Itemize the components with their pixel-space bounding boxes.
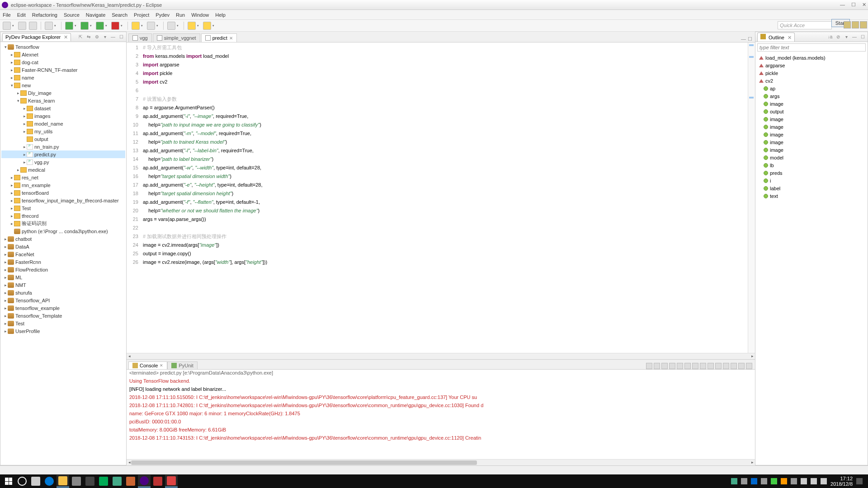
editor-horizontal-scrollbar[interactable]: ◂ ▸	[127, 353, 755, 359]
tree-item[interactable]: ▸ Tensorflow_API	[1, 296, 125, 304]
tray-icon[interactable]	[761, 478, 767, 484]
outline-item[interactable]: argparse	[757, 61, 866, 69]
tree-item[interactable]: ▸ model_name	[1, 120, 125, 127]
tree-toggle-icon[interactable]: ▸	[9, 183, 14, 188]
project-tree[interactable]: ▾ Tensorflow▸ Alexnet▸ dog-cat▸ Faster-R…	[0, 42, 126, 336]
tree-toggle-icon[interactable]: ▸	[3, 314, 8, 318]
forward-button[interactable]	[203, 22, 211, 30]
tree-item[interactable]: ▸ Tensorflow_Template	[1, 312, 125, 319]
menu-help[interactable]: Help	[215, 12, 226, 18]
tree-item[interactable]: ▸ Alexnet	[1, 51, 125, 58]
app-icon-1[interactable]	[97, 475, 110, 488]
tray-icon[interactable]	[741, 478, 747, 484]
tree-toggle-icon[interactable]: ▸	[9, 175, 14, 180]
tree-item[interactable]: ▸ tensorflow_example	[1, 304, 125, 312]
tree-toggle-icon[interactable]: ▸	[3, 321, 8, 326]
code-content[interactable]: # 导入所需工具包 from keras.models import load_…	[141, 42, 748, 353]
sort-icon[interactable]: ↓a	[827, 34, 833, 40]
console-btn-5[interactable]	[677, 363, 683, 369]
run-button[interactable]	[80, 22, 89, 30]
menu-window[interactable]: Window	[191, 12, 209, 18]
ime-icon[interactable]	[821, 478, 827, 484]
outline-list[interactable]: load_model (keras.models)argparsepicklec…	[755, 53, 868, 201]
outline-item[interactable]: image	[757, 115, 866, 123]
tree-item[interactable]: ▸ shurufa	[1, 289, 125, 296]
console-btn-1[interactable]	[646, 363, 652, 369]
console-horizontal-scrollbar[interactable]: ◂ ▸	[127, 459, 755, 465]
link-editor-icon[interactable]: ⇆	[85, 34, 92, 40]
file-explorer-icon[interactable]	[57, 475, 69, 488]
tree-item[interactable]: ▸ chatbot	[1, 235, 125, 243]
tree-toggle-icon[interactable]: ▸	[3, 275, 8, 280]
minimize-panel-icon[interactable]: —	[110, 34, 116, 40]
scroll-right-icon[interactable]: ▸	[750, 354, 755, 359]
tree-toggle-icon[interactable]: ▸	[22, 129, 27, 134]
editor-tab[interactable]: vgg	[128, 33, 152, 42]
console-btn-8[interactable]	[700, 363, 706, 369]
dropdown-icon[interactable]: ▾	[141, 24, 143, 28]
tree-toggle-icon[interactable]: ▸	[3, 237, 8, 241]
console-btn-3[interactable]	[661, 363, 668, 369]
console-btn-4[interactable]	[669, 363, 675, 369]
dropdown-icon[interactable]: ▾	[105, 24, 107, 28]
console-btn-6[interactable]	[684, 363, 691, 369]
tree-toggle-icon[interactable]: ▸	[3, 260, 8, 264]
dropdown-icon[interactable]: ▾	[54, 24, 56, 28]
tree-toggle-icon[interactable]: ▸	[3, 283, 8, 287]
dropdown-icon[interactable]: ▾	[75, 24, 76, 28]
tree-item[interactable]: ▾ new	[1, 81, 125, 89]
editor-tab[interactable]: predict✕	[201, 33, 237, 42]
menu-project[interactable]: Project	[134, 12, 149, 18]
console-btn-9[interactable]	[708, 363, 714, 369]
tree-item[interactable]: ▸ vgg.py	[1, 158, 125, 166]
outline-item[interactable]: image	[757, 123, 866, 131]
minimize-button[interactable]: —	[840, 2, 845, 8]
pyunit-tab[interactable]: PyUnit	[167, 361, 197, 369]
close-icon[interactable]: ✕	[64, 34, 68, 40]
tree-item[interactable]: ▸ 验证码识别	[1, 220, 125, 227]
tree-toggle-icon[interactable]: ▸	[9, 198, 14, 203]
menu-run[interactable]: Run	[176, 12, 185, 18]
perspective-pydev-icon[interactable]	[844, 21, 851, 28]
eclipse-taskbar-icon[interactable]	[138, 475, 151, 488]
outline-item[interactable]: model	[757, 154, 866, 161]
volume-icon[interactable]	[811, 478, 817, 484]
tree-toggle-icon[interactable]: ▸	[9, 52, 14, 57]
back-button[interactable]	[188, 22, 196, 30]
outline-filter-input[interactable]	[757, 43, 866, 52]
tray-icon[interactable]	[751, 478, 757, 484]
menu-pydev[interactable]: Pydev	[156, 12, 170, 18]
app-icon-4[interactable]	[151, 475, 164, 488]
mail-icon[interactable]	[84, 475, 96, 488]
tree-toggle-icon[interactable]: ▸	[3, 252, 8, 257]
coverage-button[interactable]	[96, 22, 104, 30]
tree-item[interactable]: ▸ medical	[1, 166, 125, 174]
outline-tab[interactable]: Outline ✕	[757, 33, 795, 42]
scroll-right-icon[interactable]: ▸	[750, 460, 755, 465]
outline-item[interactable]: output	[757, 108, 866, 115]
tree-item[interactable]: ▸ nn_train.py	[1, 143, 125, 150]
tree-toggle-icon[interactable]: ▸	[22, 145, 27, 149]
menu-source[interactable]: Source	[64, 12, 80, 18]
app-icon-3[interactable]	[124, 475, 137, 488]
scroll-left-icon[interactable]: ◂	[127, 354, 132, 359]
external-tools-button[interactable]	[111, 22, 119, 30]
tree-toggle-icon[interactable]: ▸	[9, 60, 14, 65]
tree-toggle-icon[interactable]: ▸	[9, 206, 14, 211]
tree-item[interactable]: ▸ FaceNet	[1, 250, 125, 258]
dropdown-icon[interactable]: ▾	[12, 24, 14, 28]
tree-item[interactable]: ▸ res_net	[1, 174, 125, 181]
tree-item[interactable]: ▸ my_utils	[1, 127, 125, 135]
dropdown-icon[interactable]: ▾	[121, 24, 123, 28]
outline-item[interactable]: label	[757, 184, 866, 192]
maximize-panel-icon[interactable]: ☐	[118, 34, 124, 40]
tree-toggle-icon[interactable]: ▸	[9, 191, 14, 195]
tree-toggle-icon[interactable]: ▸	[9, 221, 14, 226]
dropdown-icon[interactable]: ▾	[177, 24, 179, 28]
console-btn-2[interactable]	[654, 363, 660, 369]
quick-access-input[interactable]: Quick Acce	[778, 21, 832, 29]
tree-item[interactable]: ▸ DataA	[1, 243, 125, 250]
tree-toggle-icon[interactable]: ▸	[3, 244, 8, 249]
tree-toggle-icon[interactable]: ▸	[3, 298, 8, 303]
editor-tab[interactable]: simple_vggnet	[153, 33, 200, 42]
